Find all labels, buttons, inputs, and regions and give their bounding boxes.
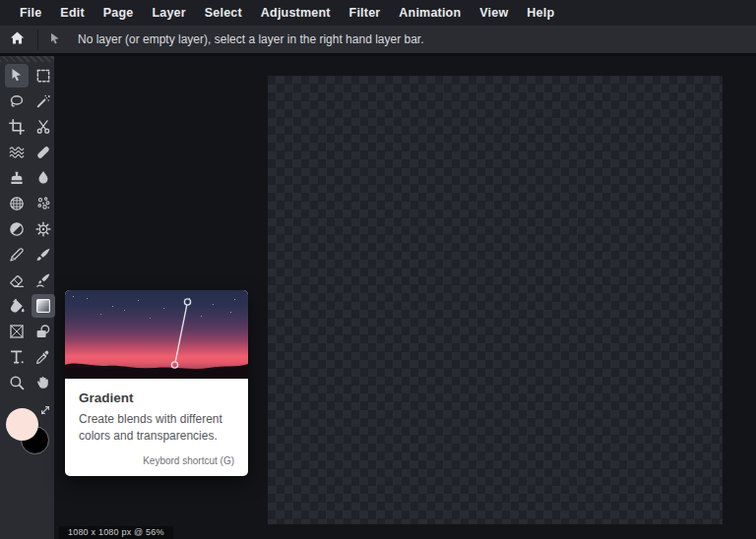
tool-draw[interactable] (32, 243, 55, 267)
menu-item-filter[interactable]: Filter (349, 6, 381, 20)
tool-eraser[interactable] (5, 269, 29, 292)
frame-icon (8, 323, 26, 340)
tool-marquee[interactable] (32, 64, 55, 88)
tool-fill[interactable] (5, 294, 29, 318)
stamp-icon (8, 169, 26, 187)
tool-pen[interactable] (5, 243, 29, 267)
menu-item-adjustment[interactable]: Adjustment (261, 6, 331, 20)
shape-icon (34, 323, 52, 340)
dots-cluster-icon (34, 195, 52, 212)
tool-dodge-burn[interactable] (5, 217, 29, 241)
move-icon (8, 67, 26, 85)
contrast-circle-icon (8, 220, 26, 238)
gradient-handle-line (65, 290, 248, 379)
home-icon (9, 30, 26, 49)
tool-sidebar (0, 56, 54, 539)
tool-magic-wand[interactable] (32, 90, 55, 113)
bucket-icon (8, 297, 26, 315)
tool-smudge[interactable] (32, 269, 55, 292)
tool-lasso[interactable] (5, 90, 29, 113)
gradient-tooltip: Gradient Create blends with different co… (65, 290, 248, 476)
wand-icon (34, 92, 52, 110)
menu-item-edit[interactable]: Edit (60, 6, 84, 20)
menu-item-select[interactable]: Select (205, 6, 242, 20)
home-button[interactable] (0, 26, 33, 53)
swap-colors-icon[interactable] (39, 402, 51, 420)
tool-blur[interactable] (32, 166, 55, 190)
tool-picker[interactable] (32, 345, 55, 369)
color-swatches (0, 400, 54, 461)
tool-adjust[interactable] (32, 217, 55, 241)
zoom-status: 1080 x 1080 px @ 56% (59, 526, 173, 539)
lasso-icon (8, 92, 26, 110)
app-window: FileEditPageLayerSelectAdjustmentFilterA… (0, 0, 756, 539)
smudge-brush-icon (34, 271, 52, 289)
marquee-icon (34, 67, 52, 85)
crop-icon (8, 118, 26, 136)
tool-liquify[interactable] (5, 141, 29, 164)
menu-bar: FileEditPageLayerSelectAdjustmentFilterA… (0, 0, 756, 26)
menu-item-animation[interactable]: Animation (399, 6, 461, 20)
options-bar: No layer (or empty layer), select a laye… (0, 26, 756, 56)
menu-item-view[interactable]: View (479, 6, 508, 20)
tooltip-description: Create blends with different colors and … (79, 411, 234, 446)
tooltip-body: Gradient Create blends with different co… (65, 379, 248, 476)
gear-sun-icon (34, 220, 52, 238)
menu-item-page[interactable]: Page (103, 6, 134, 20)
menu-item-file[interactable]: File (20, 6, 41, 20)
drop-icon (34, 169, 52, 187)
gradient-preview-image (65, 290, 248, 379)
move-cursor-icon (42, 27, 68, 52)
status-hint: No layer (or empty layer), select a laye… (78, 32, 424, 46)
magnifier-icon (8, 374, 26, 391)
menu-item-layer[interactable]: Layer (152, 6, 185, 20)
tool-shape[interactable] (32, 320, 55, 343)
bandaid-icon (34, 144, 52, 161)
foreground-color-swatch[interactable] (6, 408, 38, 441)
tool-move[interactable] (5, 64, 29, 88)
pen-icon (8, 246, 26, 264)
gradient-icon (34, 297, 52, 315)
tool-sharpen[interactable] (32, 192, 55, 215)
divider (37, 30, 38, 49)
tool-gradient[interactable] (32, 294, 55, 318)
tool-clone-stamp[interactable] (5, 166, 29, 190)
waves-icon (8, 144, 26, 161)
tool-frame[interactable] (5, 320, 29, 343)
tool-hand[interactable] (32, 371, 55, 394)
globe-grid-icon (8, 195, 26, 212)
eyedropper-icon (34, 348, 52, 366)
tool-zoom[interactable] (5, 371, 29, 394)
eraser-icon (8, 271, 26, 289)
hand-icon (34, 374, 52, 391)
text-icon (8, 348, 26, 366)
tool-heal[interactable] (32, 141, 55, 164)
tool-pattern[interactable] (5, 192, 29, 215)
tool-crop[interactable] (5, 115, 29, 139)
menu-item-help[interactable]: Help (527, 6, 554, 20)
scissors-icon (34, 118, 52, 136)
canvas[interactable] (268, 76, 723, 524)
brush-icon (34, 246, 52, 264)
tool-text[interactable] (5, 345, 29, 369)
tool-slice[interactable] (32, 115, 55, 139)
tooltip-shortcut: Keybord shortcut (G) (79, 455, 234, 466)
tooltip-title: Gradient (79, 390, 234, 405)
